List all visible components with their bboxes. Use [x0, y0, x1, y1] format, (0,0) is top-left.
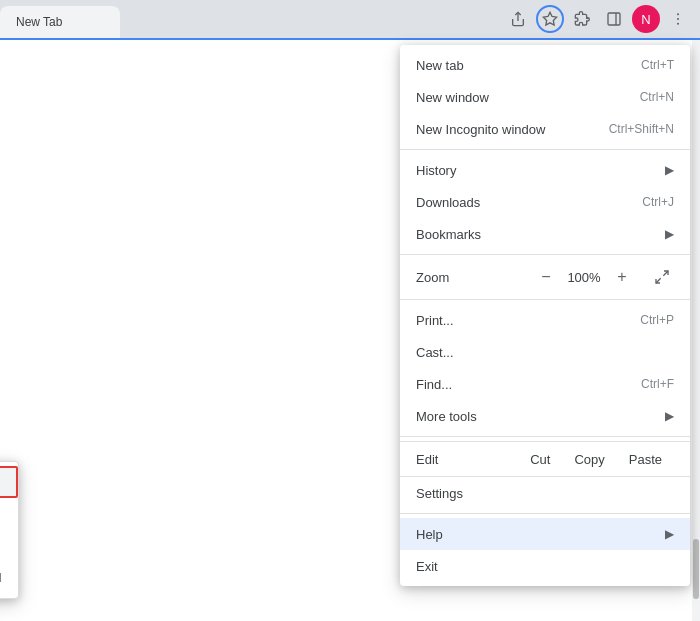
- separator-3: [400, 299, 690, 300]
- menu-item-print[interactable]: Print... Ctrl+P: [400, 304, 690, 336]
- zoom-minus-button[interactable]: −: [534, 265, 558, 289]
- zoom-row: Zoom − 100% +: [400, 259, 690, 295]
- bookmark-icon[interactable]: [536, 5, 564, 33]
- submenu-item-about[interactable]: About Google Chrome: [0, 466, 18, 498]
- separator-4: [400, 436, 690, 437]
- menu-item-bookmarks[interactable]: Bookmarks ▶: [400, 218, 690, 250]
- bookmarks-arrow: ▶: [665, 227, 674, 241]
- fullscreen-button[interactable]: [650, 265, 674, 289]
- menu-item-history[interactable]: History ▶: [400, 154, 690, 186]
- submenu-item-help-center[interactable]: Help center: [0, 530, 18, 562]
- svg-marker-1: [543, 12, 556, 25]
- more-tools-arrow: ▶: [665, 409, 674, 423]
- menu-item-downloads[interactable]: Downloads Ctrl+J: [400, 186, 690, 218]
- incognito-shortcut: Ctrl+Shift+N: [609, 122, 674, 136]
- edit-label: Edit: [416, 452, 518, 467]
- scrollbar-thumb[interactable]: [693, 539, 699, 599]
- svg-rect-2: [608, 13, 620, 25]
- menu-item-find[interactable]: Find... Ctrl+F: [400, 368, 690, 400]
- cut-button[interactable]: Cut: [518, 448, 562, 471]
- new-tab-shortcut: Ctrl+T: [641, 58, 674, 72]
- edit-row: Edit Cut Copy Paste: [400, 441, 690, 477]
- svg-line-7: [663, 271, 668, 276]
- report-issue-shortcut: Alt+Shift+I: [0, 571, 2, 585]
- profile-avatar[interactable]: N: [632, 5, 660, 33]
- zoom-label: Zoom: [416, 270, 534, 285]
- zoom-minus-icon: −: [541, 268, 550, 286]
- cut-label: Cut: [530, 452, 550, 467]
- bookmarks-label: Bookmarks: [416, 227, 481, 242]
- copy-label: Copy: [574, 452, 604, 467]
- extensions-icon[interactable]: [568, 5, 596, 33]
- exit-label: Exit: [416, 559, 438, 574]
- new-window-label: New window: [416, 90, 489, 105]
- separator-5: [400, 513, 690, 514]
- menu-item-exit[interactable]: Exit: [400, 550, 690, 582]
- help-label: Help: [416, 527, 443, 542]
- history-arrow: ▶: [665, 163, 674, 177]
- svg-line-8: [656, 278, 661, 283]
- menu-item-more-tools[interactable]: More tools ▶: [400, 400, 690, 432]
- zoom-plus-icon: +: [617, 268, 626, 286]
- zoom-controls: − 100% +: [534, 265, 674, 289]
- sidebar-toggle-icon[interactable]: [600, 5, 628, 33]
- edit-btn-group: Cut Copy Paste: [518, 448, 674, 471]
- more-tools-label: More tools: [416, 409, 477, 424]
- help-submenu: About Google Chrome What's New Help cent…: [0, 461, 19, 599]
- avatar-letter: N: [641, 12, 650, 27]
- copy-button[interactable]: Copy: [562, 448, 616, 471]
- browser-chrome: New Tab N: [0, 0, 700, 40]
- svg-point-5: [677, 18, 679, 20]
- separator-2: [400, 254, 690, 255]
- settings-label: Settings: [416, 486, 463, 501]
- content-area: New tab Ctrl+T New window Ctrl+N New Inc…: [0, 40, 700, 621]
- submenu-item-report-issue[interactable]: Report an issue... Alt+Shift+I: [0, 562, 18, 594]
- zoom-plus-button[interactable]: +: [610, 265, 634, 289]
- tab-area: New Tab: [0, 0, 496, 38]
- cast-label: Cast...: [416, 345, 454, 360]
- menu-item-incognito[interactable]: New Incognito window Ctrl+Shift+N: [400, 113, 690, 145]
- paste-button[interactable]: Paste: [617, 448, 674, 471]
- incognito-label: New Incognito window: [416, 122, 545, 137]
- svg-point-4: [677, 13, 679, 15]
- menu-item-help[interactable]: Help ▶: [400, 518, 690, 550]
- menu-item-new-tab[interactable]: New tab Ctrl+T: [400, 49, 690, 81]
- menu-icon[interactable]: [664, 5, 692, 33]
- downloads-label: Downloads: [416, 195, 480, 210]
- toolbar-icons: N: [496, 0, 700, 38]
- main-menu: New tab Ctrl+T New window Ctrl+N New Inc…: [400, 45, 690, 586]
- svg-point-6: [677, 23, 679, 25]
- submenu-item-whats-new[interactable]: What's New: [0, 498, 18, 530]
- menu-item-settings[interactable]: Settings: [400, 477, 690, 509]
- history-label: History: [416, 163, 456, 178]
- tab-label: New Tab: [16, 15, 62, 29]
- print-shortcut: Ctrl+P: [640, 313, 674, 327]
- scrollbar[interactable]: [692, 40, 700, 621]
- help-arrow: ▶: [665, 527, 674, 541]
- separator-1: [400, 149, 690, 150]
- share-icon[interactable]: [504, 5, 532, 33]
- find-shortcut: Ctrl+F: [641, 377, 674, 391]
- menu-item-new-window[interactable]: New window Ctrl+N: [400, 81, 690, 113]
- zoom-value: 100%: [566, 270, 602, 285]
- downloads-shortcut: Ctrl+J: [642, 195, 674, 209]
- new-tab-label: New tab: [416, 58, 464, 73]
- find-label: Find...: [416, 377, 452, 392]
- print-label: Print...: [416, 313, 454, 328]
- new-window-shortcut: Ctrl+N: [640, 90, 674, 104]
- paste-label: Paste: [629, 452, 662, 467]
- browser-tab[interactable]: New Tab: [0, 6, 120, 38]
- menu-item-cast[interactable]: Cast...: [400, 336, 690, 368]
